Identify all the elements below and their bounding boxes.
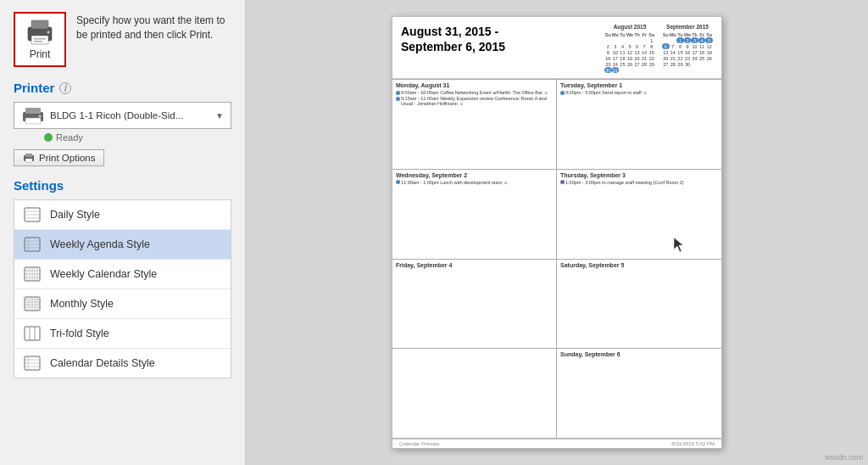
left-panel: Print Specify how you want the item to b… (0, 0, 246, 465)
svg-point-5 (47, 31, 50, 34)
daily-style-label: Daily Style (50, 209, 100, 221)
printer-selector[interactable]: BLDG 1-1 Ricoh (Double-Sid... ▼ (14, 102, 231, 129)
svg-rect-4 (34, 41, 42, 42)
weekly-agenda-label: Weekly Agenda Style (50, 238, 150, 250)
cal-cell-tuesday: Tuesday, September 1 9:00pm - 5:00pm Sen… (557, 80, 721, 170)
saturday-label: Saturday, September 5 (560, 262, 718, 268)
footer-left: Calendar Preview (399, 441, 439, 446)
daily-style-icon (23, 206, 42, 223)
monthly-style-icon (23, 295, 42, 312)
info-icon[interactable]: i (59, 82, 71, 94)
mini-sep-grid: SuMoTuWeThFrSa 12345 6789101112 13141516… (662, 31, 713, 67)
mini-sep-title: September 2015 (662, 24, 713, 30)
print-button[interactable]: Print (14, 12, 66, 67)
style-item-calendar-details[interactable]: Calendar Details Style (14, 349, 231, 378)
monday-event-1: 9:00am - 10:00am Coffee Networking Event… (396, 90, 553, 95)
svg-rect-11 (25, 154, 32, 157)
print-options-button[interactable]: Print Options (14, 149, 104, 166)
style-item-trifold[interactable]: Tri-fold Style (14, 319, 231, 349)
sunday-label: Sunday, September 6 (560, 351, 718, 357)
calendar-header: August 31, 2015 - September 6, 2015 Augu… (392, 17, 721, 79)
print-description: Specify how you want the item to be prin… (76, 12, 231, 42)
svg-rect-2 (31, 36, 48, 44)
svg-point-9 (39, 115, 42, 118)
print-options-label: Print Options (39, 153, 95, 163)
svg-rect-3 (34, 38, 46, 40)
weekly-calendar-label: Weekly Calendar Style (50, 268, 157, 280)
print-header: Print Specify how you want the item to b… (14, 12, 231, 67)
monthly-style-label: Monthly Style (50, 298, 114, 310)
cal-cell-monday: Monday, August 31 9:00am - 10:00am Coffe… (392, 80, 557, 170)
thursday-event-1: 1:00pm - 3:00pm hr.manage staff meeting … (560, 180, 718, 185)
event-dot (396, 97, 400, 101)
monday-event-2: 9:15am - 11:00am Weekly Expansion review… (396, 96, 553, 106)
calendar-preview: August 31, 2015 - September 6, 2015 Augu… (392, 16, 722, 449)
svg-rect-7 (25, 108, 41, 114)
event-dot (396, 91, 400, 95)
mini-calendars: August 2015 SuMoTuWeThFrSa 1 2345678 910… (604, 24, 713, 73)
calendar-details-label: Calendar Details Style (50, 357, 155, 369)
trifold-label: Tri-fold Style (50, 328, 109, 339)
style-item-daily[interactable]: Daily Style (14, 200, 231, 230)
monday-label: Monday, August 31 (396, 82, 553, 88)
weekly-agenda-icon (23, 236, 42, 253)
footer-right: 8/31/2015 5:02 PM (671, 441, 715, 446)
svg-rect-8 (25, 118, 41, 124)
printer-small-icon (21, 106, 45, 125)
printer-info: BLDG 1-1 Ricoh (Double-Sid... (50, 110, 210, 120)
calendar-title: August 31, 2015 - September 6, 2015 (401, 24, 505, 54)
wednesday-label: Wednesday, September 2 (396, 172, 553, 178)
watermark: wsxdn.com (825, 453, 863, 462)
trifold-icon (23, 325, 42, 342)
cal-cell-wednesday: Wednesday, September 2 11:00am - 1:00pm … (392, 170, 557, 260)
tuesday-event-1: 9:00pm - 5:00pm Send report to staff ☺ (560, 90, 718, 95)
thursday-label: Thursday, September 3 (560, 172, 718, 178)
event-dot (560, 91, 565, 95)
printer-name: BLDG 1-1 Ricoh (Double-Sid... (50, 110, 210, 120)
cal-cell-friday: Friday, September 4 (392, 260, 557, 350)
style-item-weekly-calendar[interactable]: Weekly Calendar Style (14, 260, 231, 289)
cal-cell-thursday: Thursday, September 3 1:00pm - 3:00pm hr… (557, 170, 721, 260)
style-item-monthly[interactable]: Monthly Style (14, 289, 231, 319)
settings-title: Settings (14, 178, 231, 193)
svg-rect-1 (31, 20, 48, 29)
event-dot (560, 180, 565, 184)
calendar-title-line2: September 6, 2015 (401, 39, 505, 54)
weekly-calendar-icon (23, 266, 42, 283)
svg-rect-41 (25, 327, 40, 340)
printer-status-row: Ready (44, 132, 231, 143)
calendar-title-line1: August 31, 2015 - (401, 24, 505, 39)
printer-section-title: Printer i (14, 81, 231, 95)
printer-status: Ready (56, 132, 83, 143)
event-dot (396, 180, 400, 184)
status-indicator (44, 133, 53, 142)
cal-cell-sunday: Sunday, September 6 (557, 349, 721, 439)
print-options-icon (23, 153, 35, 163)
calendar-details-icon (23, 355, 42, 372)
calendar-footer: Calendar Preview 8/31/2015 5:02 PM (392, 439, 721, 448)
mini-calendar-september: September 2015 SuMoTuWeThFrSa 12345 6789… (662, 24, 713, 73)
cal-cell-saturday: Saturday, September 5 (557, 260, 721, 350)
style-list: Daily Style Weekly Agenda Style (14, 199, 231, 378)
print-label: Print (30, 48, 51, 60)
wednesday-event-1: 11:00am - 1:00pm Lunch with development … (396, 180, 553, 185)
tuesday-label: Tuesday, September 1 (560, 82, 718, 88)
printer-icon (25, 19, 55, 46)
mini-aug-title: August 2015 (604, 24, 655, 30)
mini-aug-grid: SuMoTuWeThFrSa 1 2345678 9101112131415 1… (604, 31, 655, 73)
settings-section: Settings Daily Style (14, 178, 231, 453)
mini-calendar-august: August 2015 SuMoTuWeThFrSa 1 2345678 910… (604, 24, 655, 73)
right-panel: August 31, 2015 - September 6, 2015 Augu… (246, 0, 868, 465)
friday-label: Friday, September 4 (396, 262, 553, 268)
svg-rect-12 (25, 159, 32, 162)
printer-dropdown-icon[interactable]: ▼ (215, 111, 224, 120)
style-item-weekly-agenda[interactable]: Weekly Agenda Style (14, 230, 231, 260)
cal-cell-empty (392, 349, 557, 439)
calendar-grid: Monday, August 31 9:00am - 10:00am Coffe… (392, 79, 721, 439)
